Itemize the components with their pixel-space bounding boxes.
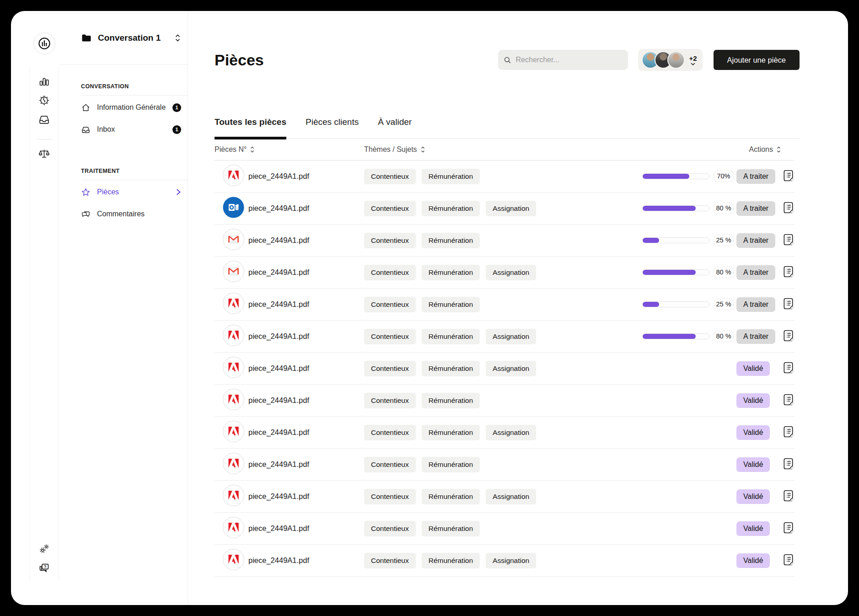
progress-fill	[643, 174, 689, 179]
sidebar-item-pieces[interactable]: Pièces	[81, 182, 188, 202]
status-cell: Validé	[736, 553, 778, 568]
status-cell: A traiter	[736, 201, 778, 216]
document-notes-icon	[783, 297, 794, 310]
tag-pill: Assignation	[486, 265, 536, 280]
table-row[interactable]: piece_2449A1.pdf ContentieuxRémunération…	[215, 257, 794, 289]
table-row[interactable]: piece_2449A1.pdf ContentieuxRémunération…	[215, 417, 794, 449]
status-cell: A traiter	[736, 233, 778, 248]
avatar	[667, 51, 685, 69]
row-actions[interactable]	[783, 489, 794, 504]
table-row[interactable]: piece_2449A1.pdf ContentieuxRémunération…	[215, 289, 794, 321]
row-actions[interactable]	[783, 425, 794, 440]
row-actions[interactable]	[783, 361, 794, 376]
table-row[interactable]: piece_2449A1.pdf ContentieuxRémunération…	[215, 385, 794, 417]
comments-icon	[81, 209, 91, 219]
sort-icon[interactable]	[776, 146, 781, 153]
tag-pill: Rémunération	[422, 329, 480, 344]
tag-pill: Rémunération	[422, 393, 480, 408]
column-header-actions[interactable]: Actions	[749, 145, 794, 154]
tab-pieces-clients[interactable]: Pièces clients	[306, 117, 359, 138]
status-button[interactable]: A traiter	[736, 265, 775, 280]
row-actions[interactable]	[783, 201, 794, 216]
notification-badge: 1	[172, 125, 181, 134]
status-button[interactable]: Validé	[736, 425, 770, 440]
file-name: piece_2449A1.pdf	[248, 204, 364, 213]
table-body: piece_2449A1.pdf ContentieuxRémunération…	[215, 161, 794, 577]
table-row[interactable]: piece_2449A1.pdf ContentieuxRémunération…	[215, 321, 794, 353]
row-actions[interactable]	[783, 553, 794, 568]
status-button[interactable]: Validé	[736, 393, 770, 408]
adobe-pdf-file-icon	[223, 357, 244, 378]
column-header-pieces-n[interactable]: Pièces N°	[215, 145, 364, 154]
avatars-more-count: +2	[689, 54, 697, 62]
status-button[interactable]: A traiter	[736, 297, 775, 312]
table-row[interactable]: piece_2449A1.pdf ContentieuxRémunération…	[215, 353, 794, 385]
sidebar-item-commentaires[interactable]: Commentaires	[81, 204, 188, 224]
document-notes-icon	[783, 457, 794, 470]
workspace-switcher[interactable]: Conversation 1	[59, 11, 188, 65]
inbox-icon	[81, 125, 91, 134]
add-piece-button[interactable]: Ajouter une pièce	[714, 50, 800, 70]
sidebar-item-label: Inbox	[97, 125, 172, 134]
sidebar-item-inbox[interactable]: Inbox 1	[81, 119, 188, 139]
sidebar-item-information-generale[interactable]: Information Générale 1	[81, 97, 188, 118]
progress-fill	[643, 334, 696, 339]
app-logo[interactable]	[33, 32, 55, 54]
row-actions[interactable]	[783, 329, 794, 344]
table-row[interactable]: piece_2449A1.pdf ContentieuxRémunération…	[215, 161, 794, 193]
scales-icon[interactable]	[38, 148, 50, 160]
file-name: piece_2449A1.pdf	[248, 460, 364, 469]
sidebar-item-label: Commentaires	[97, 210, 181, 218]
row-actions[interactable]	[783, 457, 794, 472]
status-button[interactable]: A traiter	[736, 329, 775, 344]
tags-cell: ContentieuxRémunération	[364, 169, 642, 184]
tag-pill: Rémunération	[422, 169, 480, 184]
file-icon-cell	[215, 261, 248, 284]
search-box	[498, 50, 628, 70]
table-row[interactable]: piece_2449A1.pdf ContentieuxRémunération…	[215, 193, 794, 225]
settings-gears-icon[interactable]	[38, 543, 50, 555]
tag-pill: Contentieux	[364, 201, 416, 216]
status-button[interactable]: A traiter	[736, 233, 775, 248]
search-input[interactable]	[516, 56, 623, 64]
row-actions[interactable]	[783, 265, 794, 280]
progress-bar	[642, 269, 709, 275]
row-actions[interactable]	[783, 233, 794, 248]
sort-icon[interactable]	[250, 146, 255, 153]
inbox-tray-icon[interactable]	[38, 113, 50, 126]
status-button[interactable]: Validé	[736, 521, 770, 536]
status-button[interactable]: Validé	[736, 361, 770, 376]
status-button[interactable]: A traiter	[736, 201, 775, 216]
status-cell: A traiter	[736, 169, 778, 184]
document-notes-icon	[783, 361, 794, 374]
table-row[interactable]: piece_2449A1.pdf ContentieuxRémunération…	[215, 225, 794, 257]
row-actions[interactable]	[783, 393, 794, 408]
table-row[interactable]: piece_2449A1.pdf ContentieuxRémunération…	[215, 545, 794, 577]
tag-pill: Rémunération	[422, 297, 480, 312]
adobe-pdf-file-icon	[223, 293, 244, 314]
sort-icon[interactable]	[420, 146, 425, 153]
column-header-themes-sujets[interactable]: Thèmes / Sujets	[364, 145, 642, 154]
table-row[interactable]: piece_2449A1.pdf ContentieuxRémunération…	[215, 481, 794, 513]
status-button[interactable]: A traiter	[736, 169, 775, 184]
selector-updown-icon[interactable]	[174, 33, 181, 43]
avatar-group[interactable]: +2	[638, 49, 702, 71]
help-chat-icon[interactable]: ?	[38, 562, 50, 574]
status-button[interactable]: Validé	[736, 553, 770, 568]
table-row[interactable]: piece_2449A1.pdf ContentieuxRémunération…	[215, 449, 794, 481]
tag-pill: Assignation	[486, 361, 536, 376]
table-row[interactable]: piece_2449A1.pdf ContentieuxRémunération…	[215, 513, 794, 545]
file-name: piece_2449A1.pdf	[248, 428, 364, 437]
progress-percent-label: 80 %	[714, 331, 734, 342]
row-actions[interactable]	[783, 521, 794, 536]
adobe-pdf-file-icon	[223, 165, 244, 186]
row-actions[interactable]	[783, 169, 794, 184]
row-actions[interactable]	[783, 297, 794, 312]
status-button[interactable]: Validé	[736, 489, 770, 504]
ai-brain-gear-icon[interactable]	[38, 94, 50, 107]
bar-chart-icon[interactable]	[38, 75, 50, 87]
tab-toutes-les-pieces[interactable]: Toutes les pièces	[215, 117, 286, 138]
document-notes-icon	[783, 521, 794, 534]
tab-a-valider[interactable]: À valider	[378, 117, 412, 138]
status-button[interactable]: Validé	[736, 457, 770, 472]
